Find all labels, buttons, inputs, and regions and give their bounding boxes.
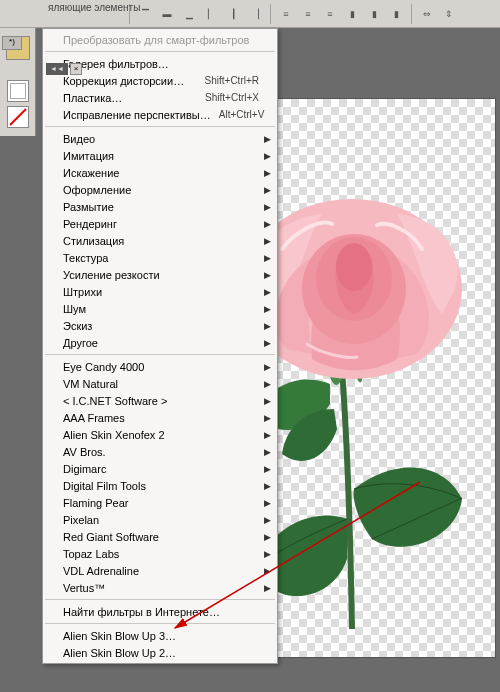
menu-item-label: Шум (63, 303, 259, 315)
menu-item-label: Digital Film Tools (63, 480, 259, 492)
menu-item-label: Коррекция дисторсии… (63, 75, 197, 87)
menu-item[interactable]: Искажение▶ (43, 164, 277, 181)
menu-separator (45, 354, 275, 355)
menu-item[interactable]: Alien Skin Blow Up 2… (43, 644, 277, 661)
menu-item[interactable]: Alien Skin Xenofex 2▶ (43, 426, 277, 443)
submenu-arrow-icon: ▶ (264, 379, 271, 389)
submenu-arrow-icon: ▶ (264, 151, 271, 161)
menu-item[interactable]: < I.C.NET Software >▶ (43, 392, 277, 409)
menu-item-shortcut: Shift+Ctrl+R (205, 75, 259, 86)
distribute-top-icon[interactable]: ≡ (276, 4, 296, 24)
distribute-hcenter-icon[interactable]: ▮ (364, 4, 384, 24)
menu-item-label: Эскиз (63, 320, 259, 332)
align-left-icon[interactable]: ▏ (201, 4, 221, 24)
menu-item-label: Alien Skin Xenofex 2 (63, 429, 259, 441)
menu-item[interactable]: Flaming Pear▶ (43, 494, 277, 511)
menu-item[interactable]: Видео▶ (43, 130, 277, 147)
menu-item[interactable]: Оформление▶ (43, 181, 277, 198)
close-icon[interactable]: × (70, 63, 82, 75)
submenu-arrow-icon: ▶ (264, 321, 271, 331)
menu-item[interactable]: Усиление резкости▶ (43, 266, 277, 283)
menu-item[interactable]: Имитация▶ (43, 147, 277, 164)
menu-item[interactable]: Pixelan▶ (43, 511, 277, 528)
menu-item[interactable]: Пластика…Shift+Ctrl+X (43, 89, 277, 106)
menu-item[interactable]: Vertus™▶ (43, 579, 277, 596)
toolbar-separator (270, 4, 271, 24)
menu-item-label: Преобразовать для смарт-фильтров (63, 34, 259, 46)
distribute-left-icon[interactable]: ▮ (342, 4, 362, 24)
menu-item[interactable]: Другое▶ (43, 334, 277, 351)
menu-separator (45, 623, 275, 624)
menu-item[interactable]: Шум▶ (43, 300, 277, 317)
menu-item[interactable]: Topaz Labs▶ (43, 545, 277, 562)
no-color-icon[interactable] (7, 106, 29, 128)
distribute-spacing-icon[interactable]: ⇔ (417, 4, 437, 24)
menu-item[interactable]: Эскиз▶ (43, 317, 277, 334)
menu-item-label: Pixelan (63, 514, 259, 526)
submenu-arrow-icon: ▶ (264, 185, 271, 195)
distribute-spacing-v-icon[interactable]: ⇕ (439, 4, 459, 24)
align-bottom-icon[interactable]: ▁ (179, 4, 199, 24)
distribute-vcenter-icon[interactable]: ≡ (298, 4, 318, 24)
menu-separator (45, 126, 275, 127)
menu-item[interactable]: Red Giant Software▶ (43, 528, 277, 545)
submenu-arrow-icon: ▶ (264, 236, 271, 246)
distribute-bottom-icon[interactable]: ≡ (320, 4, 340, 24)
menu-item[interactable]: Рендеринг▶ (43, 215, 277, 232)
panel-tab[interactable]: *) (2, 36, 22, 50)
square-swatch-icon[interactable] (7, 80, 29, 102)
panel-title: яляющие элементы (48, 2, 140, 13)
menu-item[interactable]: Штрихи▶ (43, 283, 277, 300)
menu-item[interactable]: Найти фильтры в Интернете… (43, 603, 277, 620)
submenu-arrow-icon: ▶ (264, 270, 271, 280)
menu-item-label: Flaming Pear (63, 497, 259, 509)
align-right-icon[interactable]: ▕ (245, 4, 265, 24)
menu-item-label: < I.C.NET Software > (63, 395, 259, 407)
menu-item-shortcut: Shift+Ctrl+X (205, 92, 259, 103)
menu-item[interactable]: VDL Adrenaline▶ (43, 562, 277, 579)
svg-point-4 (336, 243, 372, 291)
submenu-arrow-icon: ▶ (264, 202, 271, 212)
menu-item-label: Усиление резкости (63, 269, 259, 281)
menu-item-label: Пластика… (63, 92, 197, 104)
menu-item[interactable]: Исправление перспективы…Alt+Ctrl+V (43, 106, 277, 123)
submenu-arrow-icon: ▶ (264, 362, 271, 372)
menu-item[interactable]: Преобразовать для смарт-фильтров (43, 31, 277, 48)
menu-item[interactable]: Eye Candy 4000▶ (43, 358, 277, 375)
menu-item-label: Eye Candy 4000 (63, 361, 259, 373)
top-toolbar: яляющие элементы ▔ ▬ ▁ ▏ ┃ ▕ ≡ ≡ ≡ ▮ ▮ ▮… (0, 0, 500, 28)
distribute-right-icon[interactable]: ▮ (386, 4, 406, 24)
menu-item[interactable]: Текстура▶ (43, 249, 277, 266)
menu-item[interactable]: Размытие▶ (43, 198, 277, 215)
menu-item-label: AV Bros. (63, 446, 259, 458)
submenu-arrow-icon: ▶ (264, 583, 271, 593)
submenu-arrow-icon: ▶ (264, 304, 271, 314)
menu-item-label: Digimarc (63, 463, 259, 475)
submenu-arrow-icon: ▶ (264, 532, 271, 542)
menu-item[interactable]: Стилизация▶ (43, 232, 277, 249)
menu-item-label: Имитация (63, 150, 259, 162)
menu-item[interactable]: Digital Film Tools▶ (43, 477, 277, 494)
submenu-arrow-icon: ▶ (264, 396, 271, 406)
menu-item[interactable]: Alien Skin Blow Up 3… (43, 627, 277, 644)
submenu-arrow-icon: ▶ (264, 481, 271, 491)
align-hcenter-icon[interactable]: ┃ (223, 4, 243, 24)
menu-item[interactable]: Digimarc▶ (43, 460, 277, 477)
menu-item-label: Alien Skin Blow Up 3… (63, 630, 259, 642)
svg-line-0 (10, 109, 26, 125)
menu-separator (45, 51, 275, 52)
menu-item-label: Другое (63, 337, 259, 349)
submenu-arrow-icon: ▶ (264, 219, 271, 229)
menu-item-label: Оформление (63, 184, 259, 196)
panel-grip-icon[interactable]: ◄◄ (46, 63, 68, 75)
submenu-arrow-icon: ▶ (264, 287, 271, 297)
menu-item-label: Рендеринг (63, 218, 259, 230)
menu-item[interactable]: AV Bros.▶ (43, 443, 277, 460)
menu-item[interactable]: VM Natural▶ (43, 375, 277, 392)
filter-menu: Преобразовать для смарт-фильтровГалерея … (42, 28, 278, 664)
menu-item[interactable]: AAA Frames▶ (43, 409, 277, 426)
align-vcenter-icon[interactable]: ▬ (157, 4, 177, 24)
submenu-arrow-icon: ▶ (264, 338, 271, 348)
submenu-arrow-icon: ▶ (264, 253, 271, 263)
menu-item-label: VM Natural (63, 378, 259, 390)
